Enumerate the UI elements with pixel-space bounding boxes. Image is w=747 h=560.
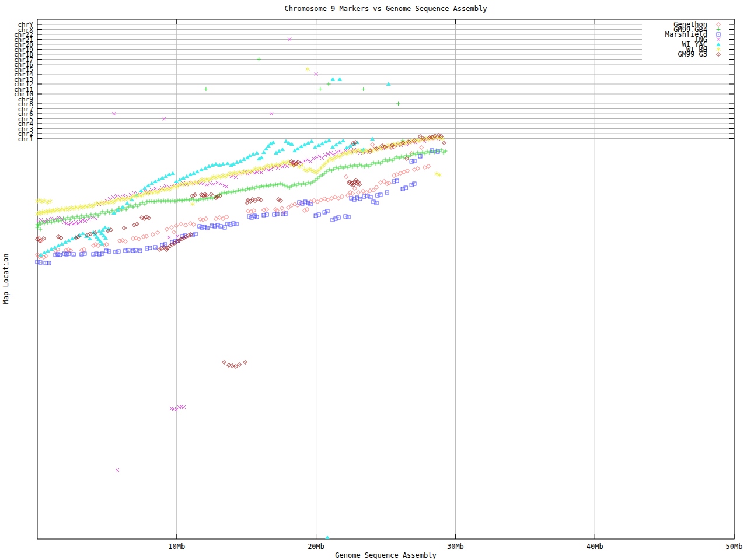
series-wi-yac	[39, 77, 391, 539]
data-points	[36, 38, 448, 540]
series-genethon	[36, 143, 431, 260]
x-tick-label-20Mb: 20Mb	[308, 542, 324, 551]
x-tick-label-50Mb: 50Mb	[726, 542, 743, 551]
x-axis-title: Genome Sequence Assembly	[335, 551, 436, 559]
plot-frame	[37, 19, 734, 539]
chart-title: Chromosome 9 Markers vs Genome Sequence …	[285, 5, 487, 13]
series-gm99-g3	[36, 134, 446, 369]
axis-tick-labels: 10Mb20Mb30Mb40Mb50MbchrYchrXchr22chr21ch…	[14, 21, 743, 551]
legend-label-gm99-g3: GM99 G3	[678, 50, 707, 58]
chart-canvas: 10Mb20Mb30Mb40Mb50MbchrYchrXchr22chr21ch…	[0, 0, 747, 560]
chr-label-chr1: chr1	[18, 135, 34, 143]
x-tick-label-10Mb: 10Mb	[168, 542, 185, 551]
y-axis-title: Map Location	[2, 254, 10, 304]
axis-ticks	[37, 19, 734, 539]
gridlines	[37, 19, 734, 539]
series-tng	[36, 38, 440, 473]
x-tick-label-30Mb: 30Mb	[447, 542, 464, 551]
x-tick-label-40Mb: 40Mb	[587, 542, 603, 551]
series-marshfield	[36, 149, 439, 265]
plot-border	[37, 19, 734, 539]
scatter-plot: 10Mb20Mb30Mb40Mb50MbchrYchrXchr22chr21ch…	[0, 0, 747, 560]
